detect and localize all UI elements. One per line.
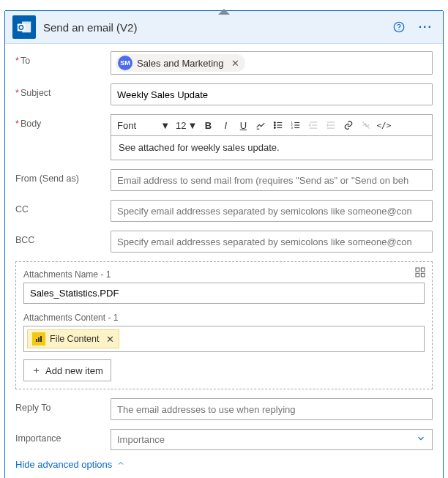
attachment-name-label: Attachments Name - 1 bbox=[23, 269, 425, 280]
chevron-up-icon bbox=[116, 459, 125, 470]
svg-point-5 bbox=[398, 29, 399, 30]
reply-to-label: Reply To bbox=[15, 398, 111, 413]
attachments-section: Attachments Name - 1 Attachments Content… bbox=[15, 261, 433, 389]
hide-advanced-link[interactable]: Hide advanced options bbox=[15, 459, 125, 470]
code-view-button[interactable]: </> bbox=[376, 117, 392, 133]
svg-rect-30 bbox=[38, 337, 40, 342]
bold-button[interactable]: B bbox=[200, 117, 216, 133]
remove-token-icon[interactable]: ✕ bbox=[106, 334, 114, 345]
svg-text:3: 3 bbox=[291, 126, 294, 130]
plus-icon: ＋ bbox=[31, 364, 41, 377]
connector-tail bbox=[218, 9, 230, 15]
action-card: Send an email (V2) ··· *To SM Sales and … bbox=[4, 10, 444, 478]
menu-icon[interactable]: ··· bbox=[416, 18, 436, 37]
bulleted-list-button[interactable] bbox=[270, 117, 286, 133]
indent-button[interactable] bbox=[323, 117, 339, 133]
subject-input[interactable] bbox=[116, 89, 428, 101]
to-field[interactable]: SM Sales and Marketing ✕ bbox=[111, 51, 433, 75]
cc-field[interactable] bbox=[111, 200, 433, 222]
attachment-content-field[interactable]: File Content ✕ bbox=[23, 326, 425, 352]
chevron-down-icon: ▼ bbox=[187, 120, 197, 131]
svg-rect-31 bbox=[40, 336, 42, 342]
from-label: From (Send as) bbox=[15, 169, 111, 184]
cc-label: CC bbox=[15, 200, 111, 214]
svg-rect-2 bbox=[18, 23, 25, 31]
attachment-name-input[interactable] bbox=[23, 283, 425, 304]
file-content-token[interactable]: File Content ✕ bbox=[27, 329, 119, 348]
importance-select[interactable]: Importance bbox=[111, 429, 433, 450]
bcc-label: BCC bbox=[15, 231, 111, 245]
outlook-icon bbox=[12, 15, 36, 39]
svg-point-8 bbox=[275, 124, 276, 126]
numbered-list-button[interactable]: 123 bbox=[288, 117, 304, 133]
underline-button[interactable]: U bbox=[235, 117, 251, 133]
svg-rect-27 bbox=[416, 273, 419, 277]
cc-input[interactable] bbox=[116, 205, 428, 217]
recipient-chip[interactable]: SM Sales and Marketing ✕ bbox=[116, 54, 245, 72]
outdent-button[interactable] bbox=[305, 117, 321, 133]
reply-to-field[interactable] bbox=[111, 398, 433, 420]
svg-rect-29 bbox=[36, 339, 37, 342]
powerbi-icon bbox=[32, 332, 45, 346]
svg-rect-25 bbox=[416, 268, 419, 272]
body-label: *Body bbox=[15, 114, 111, 129]
body-editor[interactable]: See attached for weekly sales update. bbox=[111, 135, 433, 160]
svg-point-10 bbox=[275, 127, 276, 129]
link-button[interactable] bbox=[340, 117, 356, 133]
unlink-button[interactable] bbox=[358, 117, 374, 133]
from-input[interactable] bbox=[116, 174, 428, 187]
switch-array-icon[interactable] bbox=[414, 266, 426, 280]
svg-rect-1 bbox=[22, 22, 31, 24]
help-icon[interactable] bbox=[389, 18, 408, 37]
attachment-content-label: Attachments Content - 1 bbox=[23, 313, 425, 323]
add-item-button[interactable]: ＋ Add new item bbox=[23, 359, 111, 381]
highlight-button[interactable] bbox=[253, 117, 269, 133]
bcc-field[interactable] bbox=[111, 231, 433, 253]
card-header: Send an email (V2) ··· bbox=[5, 11, 443, 44]
chevron-down-icon: ▼ bbox=[160, 120, 170, 131]
avatar: SM bbox=[118, 56, 132, 70]
recipient-name: Sales and Marketing bbox=[137, 58, 224, 69]
card-title: Send an email (V2) bbox=[43, 21, 382, 34]
chevron-down-icon bbox=[416, 433, 426, 446]
card-body: *To SM Sales and Marketing ✕ *Subject bbox=[5, 44, 443, 478]
importance-label: Importance bbox=[15, 429, 111, 444]
from-field[interactable] bbox=[111, 169, 433, 191]
remove-recipient-icon[interactable]: ✕ bbox=[231, 58, 239, 69]
subject-label: *Subject bbox=[15, 83, 111, 98]
italic-button[interactable]: I bbox=[217, 117, 234, 133]
subject-field[interactable] bbox=[111, 83, 433, 105]
reply-to-input[interactable] bbox=[116, 403, 428, 416]
font-size-select[interactable]: 12 ▼ bbox=[174, 120, 198, 131]
svg-rect-28 bbox=[421, 273, 425, 277]
svg-point-6 bbox=[275, 122, 276, 124]
token-label: File Content bbox=[50, 334, 99, 344]
editor-toolbar: Font ▼ 12 ▼ B I U bbox=[111, 114, 433, 135]
svg-rect-26 bbox=[421, 268, 425, 272]
font-select[interactable]: Font ▼ bbox=[114, 119, 173, 132]
bcc-input[interactable] bbox=[116, 236, 428, 248]
to-label: *To bbox=[15, 51, 111, 66]
